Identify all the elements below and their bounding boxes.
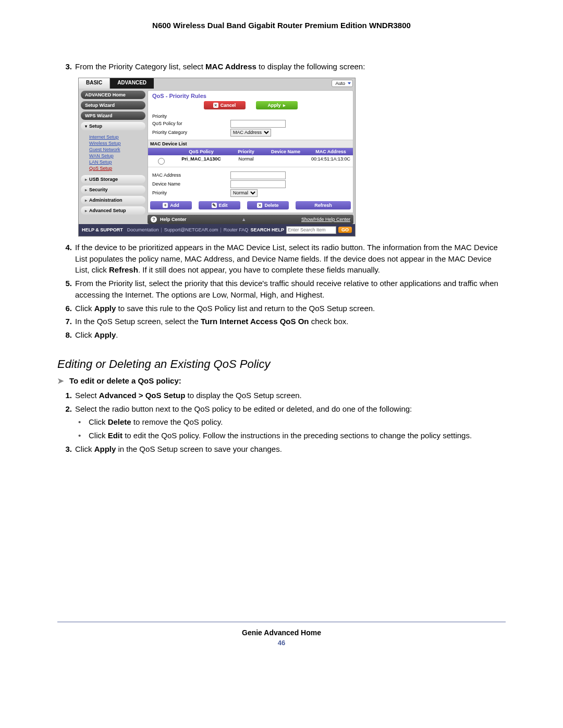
step-number: 7. (57, 316, 75, 327)
page-number: 46 (57, 639, 506, 647)
sidebar: ADVANCED Home Setup Wizard WPS Wizard Se… (79, 89, 148, 224)
main-panel: QoS - Priority Rules × Cancel Apply ▸ Pr… (148, 90, 353, 213)
step-number: 1. (57, 390, 75, 401)
link-lan-setup[interactable]: LAN Setup (89, 159, 145, 165)
tab-advanced[interactable]: ADVANCED (110, 78, 154, 89)
label-priority-2: Priority (152, 190, 230, 195)
triangle-up-icon[interactable]: ▲ (187, 217, 301, 222)
cancel-button[interactable]: × Cancel (204, 101, 246, 109)
link-documentation[interactable]: Documentation (127, 227, 159, 232)
priority-select[interactable]: Normal (230, 189, 258, 197)
search-help-label: SEARCH HELP (250, 227, 284, 232)
edit-step-3: 3. Click Apply in the QoS Setup screen t… (57, 443, 506, 455)
chevron-right-icon: ➤ (57, 376, 64, 386)
panel-title: QoS - Priority Rules (152, 93, 349, 99)
link-guest-network[interactable]: Guest Network (89, 147, 145, 152)
step-6: 6. Click Apply to save this rule to the … (57, 303, 506, 314)
edit-button[interactable]: ✎ Edit (199, 201, 240, 209)
bullet-icon: • (72, 416, 89, 428)
router-screenshot: BASIC ADVANCED Auto ADVANCED Home Setup … (78, 78, 356, 237)
sidebar-item-admin[interactable]: Administration (81, 196, 145, 204)
sidebar-item-wps-wizard[interactable]: WPS Wizard (81, 112, 145, 120)
label-priority-category: Priority Category (152, 130, 230, 135)
mac-device-list-header: MAC Device List (148, 140, 353, 148)
sidebar-sublinks: Internet Setup Wireless Setup Guest Netw… (81, 132, 145, 175)
step-number: 4. (57, 242, 75, 276)
add-button[interactable]: + Add (150, 201, 192, 209)
tab-basic[interactable]: BASIC (79, 78, 110, 89)
close-icon: × (257, 203, 262, 208)
edit-step-2: 2. Select the radio button next to the Q… (57, 403, 506, 415)
device-table-header: QoS Policy Priority Device Name MAC Addr… (148, 148, 353, 155)
section-heading: Editing or Deleting an Existing QoS Poli… (57, 357, 506, 371)
label-mac-address: MAC Address (152, 172, 230, 178)
help-center-label: Help Center (160, 217, 187, 222)
bullet-delete: • Click Delete to remove the QoS policy. (72, 416, 506, 428)
help-center-bar: ? Help Center ▲ Show/Hide Help Center (148, 215, 353, 224)
step-number: 8. (57, 329, 75, 341)
edit-step-1: 1. Select Advanced > QoS Setup to displa… (57, 390, 506, 401)
step-number: 3. (57, 443, 75, 455)
label-qos-policy-for: QoS Policy for (152, 121, 230, 126)
step-number: 2. (57, 403, 75, 415)
link-support-email[interactable]: Support@NETGEAR.com (164, 227, 218, 232)
chevron-right-icon: ▸ (283, 103, 286, 108)
sidebar-item-setup-wizard[interactable]: Setup Wizard (81, 101, 145, 109)
sidebar-item-home[interactable]: ADVANCED Home (81, 91, 145, 99)
apply-button[interactable]: Apply ▸ (256, 101, 298, 109)
sidebar-item-advanced-setup[interactable]: Advanced Setup (81, 206, 145, 215)
device-radio[interactable] (158, 158, 165, 165)
support-bar: HELP & SUPPORT Documentation | Support@N… (79, 224, 355, 236)
sidebar-item-security[interactable]: Security (81, 186, 145, 194)
link-internet-setup[interactable]: Internet Setup (89, 134, 145, 140)
device-name-input[interactable] (230, 180, 286, 188)
step-number: 5. (57, 278, 75, 301)
device-table-row: Pri_MAC_1A130C Normal 00:14:51:1A:13:0C (148, 155, 353, 167)
link-wireless-setup[interactable]: Wireless Setup (89, 141, 145, 146)
bullet-edit: • Click Edit to edit the QoS policy. Fol… (72, 430, 506, 441)
step-4: 4. If the device to be prioritized appea… (57, 242, 506, 276)
label-device-name: Device Name (152, 181, 230, 187)
document-header: N600 Wireless Dual Band Gigabit Router P… (57, 21, 506, 30)
support-label: HELP & SUPPORT (82, 227, 123, 232)
bullet-icon: • (72, 430, 89, 441)
pencil-icon: ✎ (212, 203, 217, 208)
qos-policy-for-input[interactable] (230, 120, 286, 128)
link-router-faq[interactable]: Router FAQ (224, 227, 249, 232)
showhide-help-link[interactable]: Show/Hide Help Center (301, 217, 350, 222)
search-help-input[interactable] (286, 226, 336, 234)
plus-icon: + (163, 203, 168, 208)
mac-address-input[interactable] (230, 171, 286, 179)
sidebar-item-usb[interactable]: USB Storage (81, 175, 145, 183)
sidebar-item-setup[interactable]: Setup (81, 122, 145, 130)
delete-button[interactable]: × Delete (247, 201, 289, 209)
footer-title: Genie Advanced Home (57, 628, 506, 637)
link-qos-setup[interactable]: QoS Setup (89, 166, 145, 171)
step-3: 3. From the Priority Category list, sele… (57, 61, 506, 72)
instruction-lead: ➤ To edit or delete a QoS policy: (57, 376, 506, 386)
step-5: 5. From the Priority list, select the pr… (57, 278, 506, 301)
auto-dropdown[interactable]: Auto (332, 80, 353, 87)
step-number: 3. (57, 61, 75, 72)
question-icon: ? (151, 216, 157, 223)
step-7: 7. In the QoS Setup screen, select the T… (57, 316, 506, 327)
go-button[interactable]: GO (338, 227, 352, 233)
refresh-button[interactable]: Refresh (296, 201, 351, 209)
label-priority: Priority (152, 114, 230, 119)
step-8: 8. Click Apply. (57, 329, 506, 341)
page-footer: Genie Advanced Home 46 (57, 622, 506, 647)
close-icon: × (213, 103, 218, 108)
priority-category-select[interactable]: MAC Address (230, 129, 271, 137)
step-number: 6. (57, 303, 75, 314)
link-wan-setup[interactable]: WAN Setup (89, 153, 145, 158)
